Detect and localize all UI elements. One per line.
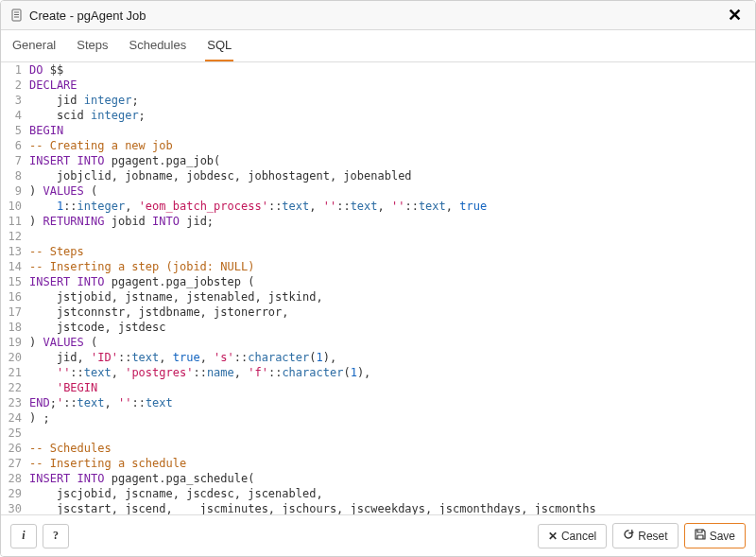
save-icon: [695, 529, 706, 543]
line-number: 18: [1, 320, 29, 335]
code-line: 10 1::integer, 'eom_batch_process'::text…: [1, 199, 755, 214]
line-code: ) ;: [29, 410, 755, 426]
dialog-title: Create - pgAgent Job: [29, 9, 724, 23]
line-number: 28: [1, 471, 29, 486]
line-number: 9: [1, 183, 29, 199]
code-line: 21 ''::text, 'postgres'::name, 'f'::char…: [1, 365, 755, 380]
code-line: 26-- Schedules: [1, 441, 755, 456]
line-code: jobjclid, jobname, jobdesc, jobhostagent…: [29, 168, 755, 183]
reset-icon: [623, 529, 634, 543]
line-code: INSERT INTO pgagent.pga_job(: [29, 153, 755, 168]
code-line: 1DO $$: [1, 62, 755, 78]
line-code: DECLARE: [29, 78, 755, 93]
line-number: 10: [1, 199, 29, 214]
line-code: ''::text, 'postgres'::name, 'f'::charact…: [29, 365, 755, 380]
line-code: jstconnstr, jstdbname, jstonerror,: [29, 305, 755, 320]
line-number: 7: [1, 153, 29, 168]
line-number: 25: [1, 426, 29, 441]
line-number: 14: [1, 259, 29, 274]
line-code: jid integer;: [29, 93, 755, 108]
line-code: 'BEGIN: [29, 380, 755, 395]
tab-steps[interactable]: Steps: [75, 30, 110, 61]
titlebar: Create - pgAgent Job ✕: [1, 1, 755, 30]
document-icon: [10, 9, 24, 22]
code-line: 22 'BEGIN: [1, 380, 755, 395]
code-line: 14-- Inserting a step (jobid: NULL): [1, 259, 755, 274]
save-button[interactable]: Save: [684, 523, 746, 548]
line-code: -- Creating a new job: [29, 138, 755, 153]
line-number: 5: [1, 123, 29, 138]
line-number: 2: [1, 78, 29, 93]
line-code: [29, 229, 755, 244]
code-line: 30 jscstart, jscend, jscminutes, jschour…: [1, 501, 755, 514]
tab-general[interactable]: General: [10, 30, 58, 61]
line-number: 26: [1, 441, 29, 456]
line-number: 6: [1, 138, 29, 153]
line-number: 30: [1, 501, 29, 514]
line-code: -- Steps: [29, 244, 755, 259]
footer: i ? ✕ Cancel Reset Save: [1, 514, 755, 556]
code-line: 18 jstcode, jstdesc: [1, 320, 755, 335]
code-line: 19) VALUES (: [1, 335, 755, 350]
line-number: 4: [1, 108, 29, 123]
line-number: 3: [1, 93, 29, 108]
line-number: 8: [1, 168, 29, 183]
code-line: 3 jid integer;: [1, 93, 755, 108]
line-number: 15: [1, 274, 29, 289]
code-line: 8 jobjclid, jobname, jobdesc, jobhostage…: [1, 168, 755, 183]
code-line: 13-- Steps: [1, 244, 755, 259]
sql-editor-pane: 1DO $$2DECLARE3 jid integer;4 scid integ…: [1, 62, 755, 514]
code-line: 24) ;: [1, 410, 755, 426]
line-code: jscjobid, jscname, jscdesc, jscenabled,: [29, 486, 755, 501]
code-line: 17 jstconnstr, jstdbname, jstonerror,: [1, 305, 755, 320]
code-line: 23END;'::text, ''::text: [1, 395, 755, 410]
create-pgagent-job-dialog: Create - pgAgent Job ✕ GeneralStepsSched…: [0, 0, 756, 557]
line-number: 21: [1, 365, 29, 380]
line-number: 16: [1, 289, 29, 305]
line-code: -- Schedules: [29, 441, 755, 456]
line-code: -- Inserting a schedule: [29, 456, 755, 471]
tabs: GeneralStepsSchedulesSQL: [1, 30, 755, 62]
line-number: 11: [1, 214, 29, 229]
line-code: 1::integer, 'eom_batch_process'::text, '…: [29, 199, 755, 214]
code-line: 15INSERT INTO pgagent.pga_jobstep (: [1, 274, 755, 289]
line-code: scid integer;: [29, 108, 755, 123]
line-number: 22: [1, 380, 29, 395]
line-number: 20: [1, 350, 29, 365]
code-line: 6-- Creating a new job: [1, 138, 755, 153]
code-line: 9) VALUES (: [1, 183, 755, 199]
help-button[interactable]: ?: [43, 524, 69, 548]
cancel-button[interactable]: ✕ Cancel: [538, 524, 607, 548]
tab-schedules[interactable]: Schedules: [128, 30, 189, 61]
close-icon: ✕: [548, 530, 558, 543]
line-code: DO $$: [29, 62, 755, 78]
line-number: 1: [1, 62, 29, 78]
code-line: 16 jstjobid, jstname, jstenabled, jstkin…: [1, 289, 755, 305]
line-number: 13: [1, 244, 29, 259]
line-number: 12: [1, 229, 29, 244]
line-number: 29: [1, 486, 29, 501]
line-code: INSERT INTO pgagent.pga_jobstep (: [29, 274, 755, 289]
code-line: 2DECLARE: [1, 78, 755, 93]
line-number: 23: [1, 395, 29, 410]
code-line: 25: [1, 426, 755, 441]
line-code: jscstart, jscend, jscminutes, jschours, …: [29, 501, 755, 514]
close-icon[interactable]: ✕: [724, 7, 746, 24]
info-button[interactable]: i: [10, 524, 37, 548]
sql-editor[interactable]: 1DO $$2DECLARE3 jid integer;4 scid integ…: [1, 62, 755, 514]
code-line: 29 jscjobid, jscname, jscdesc, jscenable…: [1, 486, 755, 501]
line-code: jstcode, jstdesc: [29, 320, 755, 335]
line-code: ) VALUES (: [29, 183, 755, 199]
reset-button[interactable]: Reset: [612, 523, 678, 548]
line-number: 27: [1, 456, 29, 471]
line-code: ) RETURNING jobid INTO jid;: [29, 214, 755, 229]
line-code: BEGIN: [29, 123, 755, 138]
line-code: [29, 426, 755, 441]
code-line: 5BEGIN: [1, 123, 755, 138]
tab-sql[interactable]: SQL: [205, 30, 233, 61]
line-code: jstjobid, jstname, jstenabled, jstkind,: [29, 289, 755, 305]
line-code: ) VALUES (: [29, 335, 755, 350]
line-number: 17: [1, 305, 29, 320]
line-number: 24: [1, 410, 29, 426]
line-code: jid, 'ID'::text, true, 's'::character(1)…: [29, 350, 755, 365]
